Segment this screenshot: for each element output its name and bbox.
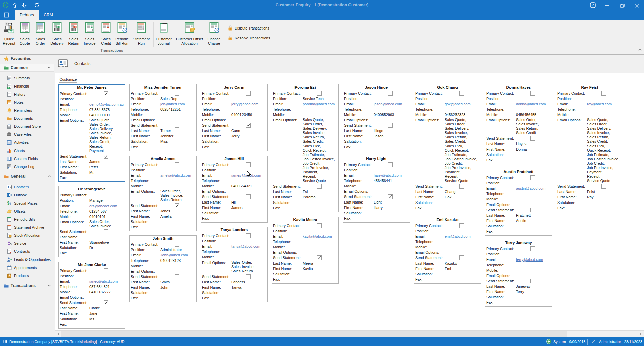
svg-text:?: ? [592, 3, 594, 7]
svg-text:$: $ [7, 201, 10, 206]
svg-text:$: $ [8, 86, 9, 89]
svg-text:$: $ [11, 31, 12, 32]
